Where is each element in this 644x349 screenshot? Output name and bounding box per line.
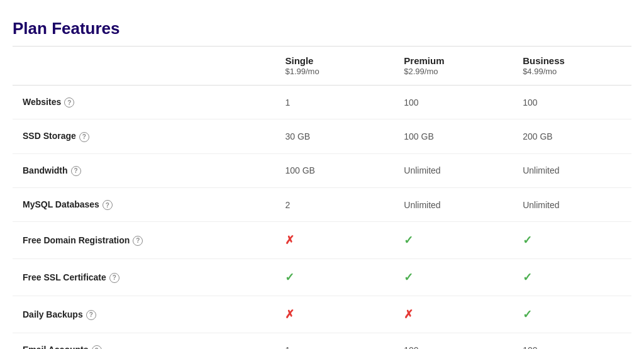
value-text: Unlimited: [523, 165, 559, 175]
feature-single-value-2: 100 GB: [275, 153, 394, 187]
help-icon[interactable]: ?: [103, 200, 113, 210]
feature-name-1: SSD Storage?: [13, 119, 275, 153]
value-text: Unlimited: [404, 200, 440, 210]
feature-single-value-7: 1: [275, 333, 394, 349]
feature-business-value-7: 100: [513, 333, 631, 349]
table-header-row: Single $1.99/mo Premium $2.99/mo Busines…: [13, 47, 631, 86]
feature-business-value-3: Unlimited: [513, 187, 631, 221]
page-title: Plan Features: [13, 19, 631, 47]
value-text: 100: [404, 97, 418, 108]
feature-label: Free Domain Registration: [23, 235, 130, 245]
feature-label: Free SSL Certificate: [23, 272, 106, 282]
table-row: Free Domain Registration?✗✓✓: [13, 222, 631, 259]
feature-business-value-1: 200 GB: [513, 119, 631, 153]
feature-premium-value-0: 100: [394, 86, 513, 119]
check-icon: ✓: [523, 234, 532, 247]
table-row: MySQL Databases?2UnlimitedUnlimited: [13, 187, 631, 221]
feature-name-5: Free SSL Certificate?: [13, 259, 275, 296]
table-row: SSD Storage?30 GB100 GB200 GB: [13, 119, 631, 153]
value-text: 100: [523, 345, 537, 349]
help-icon[interactable]: ?: [71, 166, 81, 176]
check-icon: ✓: [523, 271, 532, 284]
feature-label: Email Accounts: [23, 345, 89, 349]
features-table: Single $1.99/mo Premium $2.99/mo Busines…: [13, 47, 631, 349]
plan-single-header: Single $1.99/mo: [275, 47, 394, 86]
feature-business-value-6: ✓: [513, 296, 631, 333]
help-icon[interactable]: ?: [64, 97, 74, 108]
feature-premium-value-5: ✓: [394, 259, 513, 296]
value-text: 1: [285, 345, 290, 349]
feature-name-7: Email Accounts?: [13, 333, 275, 349]
feature-name-6: Daily Backups?: [13, 296, 275, 333]
feature-premium-value-4: ✓: [394, 222, 513, 259]
feature-label: Daily Backups: [23, 309, 83, 319]
feature-column-header: [13, 47, 275, 86]
feature-label: MySQL Databases: [23, 199, 99, 209]
feature-premium-value-2: Unlimited: [394, 153, 513, 187]
cross-icon: ✗: [404, 308, 413, 321]
value-text: 200 GB: [523, 131, 552, 141]
feature-business-value-4: ✓: [513, 222, 631, 259]
cross-icon: ✗: [285, 308, 294, 321]
plan-business-header: Business $4.99/mo: [513, 47, 631, 86]
feature-single-value-3: 2: [275, 187, 394, 221]
feature-single-value-6: ✗: [275, 296, 394, 333]
feature-label: Websites: [23, 97, 61, 107]
feature-name-3: MySQL Databases?: [13, 187, 275, 221]
check-icon: ✓: [404, 271, 413, 284]
feature-label: Bandwidth: [23, 165, 68, 175]
feature-single-value-5: ✓: [275, 259, 394, 296]
feature-premium-value-7: 100: [394, 333, 513, 349]
feature-name-4: Free Domain Registration?: [13, 222, 275, 259]
check-icon: ✓: [404, 234, 413, 247]
value-text: Unlimited: [404, 165, 440, 175]
table-row: Websites?1100100: [13, 86, 631, 119]
help-icon[interactable]: ?: [92, 345, 102, 349]
help-icon[interactable]: ?: [133, 236, 143, 246]
feature-premium-value-3: Unlimited: [394, 187, 513, 221]
feature-single-value-1: 30 GB: [275, 119, 394, 153]
value-text: Unlimited: [523, 200, 559, 210]
feature-business-value-0: 100: [513, 86, 631, 119]
plan-premium-header: Premium $2.99/mo: [394, 47, 513, 86]
feature-single-value-4: ✗: [275, 222, 394, 259]
table-row: Free SSL Certificate?✓✓✓: [13, 259, 631, 296]
feature-business-value-2: Unlimited: [513, 153, 631, 187]
feature-business-value-5: ✓: [513, 259, 631, 296]
help-icon[interactable]: ?: [79, 132, 89, 142]
help-icon[interactable]: ?: [109, 273, 119, 283]
cross-icon: ✗: [285, 234, 294, 247]
value-text: 100: [404, 345, 418, 349]
feature-name-0: Websites?: [13, 86, 275, 119]
value-text: 30 GB: [285, 131, 310, 141]
value-text: 1: [285, 97, 290, 108]
help-icon[interactable]: ?: [86, 310, 96, 320]
feature-name-2: Bandwidth?: [13, 153, 275, 187]
table-row: Daily Backups?✗✗✓: [13, 296, 631, 333]
value-text: 100 GB: [404, 131, 433, 141]
table-row: Bandwidth?100 GBUnlimitedUnlimited: [13, 153, 631, 187]
main-container: Plan Features Single $1.99/mo Premium $2…: [13, 13, 631, 349]
table-row: Email Accounts?1100100: [13, 333, 631, 349]
value-text: 100 GB: [285, 165, 314, 175]
feature-premium-value-1: 100 GB: [394, 119, 513, 153]
feature-single-value-0: 1: [275, 86, 394, 119]
check-icon: ✓: [523, 308, 532, 321]
feature-label: SSD Storage: [23, 131, 76, 141]
feature-premium-value-6: ✗: [394, 296, 513, 333]
value-text: 100: [523, 97, 537, 108]
check-icon: ✓: [285, 271, 294, 284]
value-text: 2: [285, 200, 290, 210]
